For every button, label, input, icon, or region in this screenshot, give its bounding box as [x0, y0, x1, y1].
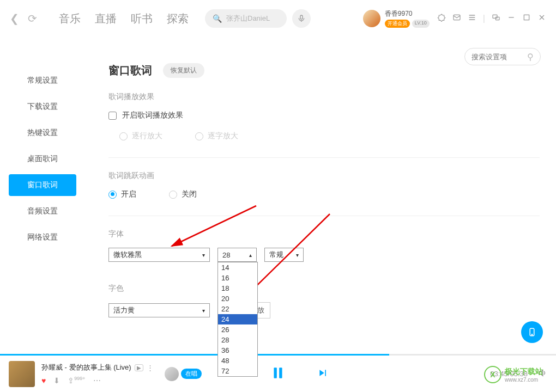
sidebar-item-hotkey[interactable]: 热键设置 [9, 122, 76, 144]
section-color: 字色 [108, 284, 540, 293]
font-size-select[interactable]: 28▴ 14 16 18 20 22 24 26 28 36 48 72 [217, 248, 257, 262]
nav-back-icon[interactable]: ❮ [10, 12, 19, 25]
player-bar: 孙耀威 - 爱的故事上集 (Live) ▶ ⋮ ♥ ⬇ ⇪999+ ⋯ 在唱 [0, 354, 556, 392]
size-option[interactable]: 16 [218, 273, 257, 283]
menu-icon[interactable] [468, 13, 476, 24]
font-family-select[interactable]: 微软雅黑▾ [108, 248, 210, 262]
sidebar-item-desktop-lyrics[interactable]: 桌面歌词 [9, 148, 76, 170]
radio-line-zoom: 逐行放大 [119, 131, 162, 141]
chevron-down-icon: ▾ [296, 252, 299, 258]
nav-tab-audiobook[interactable]: 听书 [131, 11, 153, 26]
settings-search-input[interactable] [472, 53, 521, 61]
svg-rect-10 [279, 367, 282, 378]
next-button[interactable] [318, 367, 329, 381]
username[interactable]: 香香9970 [385, 9, 430, 19]
like-button[interactable]: ♥ [41, 376, 46, 385]
mv-badge[interactable]: ▶ [135, 364, 143, 371]
svg-point-8 [531, 334, 533, 335]
radio-char-zoom: 逐字放大 [195, 131, 238, 141]
chevron-down-icon: ▾ [202, 252, 205, 258]
font-color-select[interactable]: 活力黄▾ [108, 303, 210, 317]
more-button[interactable]: ⋯ [93, 376, 101, 385]
close-icon[interactable] [537, 13, 546, 24]
svg-rect-9 [274, 367, 276, 378]
effect-checkbox[interactable] [108, 112, 117, 120]
minimize-icon[interactable] [507, 13, 516, 24]
watermark: X 极光下载站 www.xz7.com [484, 366, 543, 383]
sidebar-item-network[interactable]: 网络设置 [9, 226, 76, 248]
reset-button[interactable]: 恢复默认 [163, 63, 204, 78]
size-option[interactable]: 22 [218, 304, 257, 314]
section-effect: 歌词播放效果 [108, 92, 540, 102]
sidebar-item-download[interactable]: 下载设置 [9, 96, 76, 118]
size-option[interactable]: 26 [218, 324, 257, 335]
level-badge: LV.10 [412, 20, 430, 28]
search-input[interactable]: 🔍 张齐山DanieL [205, 9, 287, 28]
size-option[interactable]: 14 [218, 262, 257, 273]
theme-icon[interactable] [437, 13, 446, 24]
size-option[interactable]: 18 [218, 283, 257, 293]
section-font: 字体 [108, 229, 540, 239]
svg-rect-4 [524, 15, 529, 20]
settings-search[interactable]: ⚲ [464, 48, 541, 65]
nav-tab-music[interactable]: 音乐 [59, 11, 81, 26]
pause-button[interactable] [271, 366, 285, 382]
size-option[interactable]: 48 [218, 356, 257, 366]
share-button[interactable]: ⇪999+ [68, 376, 85, 385]
radio-jump-off[interactable]: 关闭 [169, 189, 197, 199]
size-option[interactable]: 72 [218, 366, 257, 376]
section-jump: 歌词跳跃动画 [108, 171, 540, 181]
search-icon: ⚲ [527, 52, 534, 62]
download-button[interactable]: ⬇ [53, 376, 60, 385]
radio-jump-on[interactable]: 开启 [108, 189, 136, 199]
svg-rect-2 [493, 15, 497, 18]
nav-refresh-icon[interactable]: ⟳ [28, 12, 37, 25]
mini-mode-icon[interactable] [492, 13, 500, 24]
divider [108, 157, 540, 158]
size-option[interactable]: 36 [218, 345, 257, 356]
panel-title: 窗口歌词 [108, 63, 152, 78]
divider: | [483, 14, 485, 23]
live-badge[interactable]: 在唱 [181, 369, 202, 379]
svg-rect-0 [300, 15, 303, 19]
vip-badge[interactable]: 开通会员 [385, 20, 410, 28]
font-weight-select[interactable]: 常规▾ [264, 248, 304, 262]
sidebar-item-audio[interactable]: 音频设置 [9, 200, 76, 222]
search-icon: 🔍 [213, 14, 222, 23]
progress-bar[interactable] [0, 354, 556, 356]
singer-avatar[interactable] [165, 367, 179, 381]
main-nav: 音乐 直播 听书 探索 [59, 11, 189, 26]
settings-sidebar: 常规设置 下载设置 热键设置 桌面歌词 窗口歌词 音频设置 网络设置 [0, 48, 84, 318]
nav-tab-explore[interactable]: 探索 [167, 11, 189, 26]
font-size-dropdown[interactable]: 14 16 18 20 22 24 26 28 36 48 72 [217, 262, 258, 377]
sidebar-item-window-lyrics[interactable]: 窗口歌词 [9, 174, 76, 196]
sidebar-item-general[interactable]: 常规设置 [9, 70, 76, 91]
track-title[interactable]: 孙耀威 - 爱的故事上集 (Live) [41, 363, 131, 372]
search-placeholder: 张齐山DanieL [226, 14, 270, 23]
divider [108, 216, 540, 216]
chevron-up-icon: ▴ [249, 252, 252, 258]
size-option[interactable]: 28 [218, 335, 257, 345]
avatar[interactable] [363, 10, 380, 27]
size-option[interactable]: 20 [218, 293, 257, 304]
size-option-selected[interactable]: 24 [218, 314, 257, 324]
album-art[interactable] [9, 361, 35, 387]
remote-phone-button[interactable] [521, 321, 543, 343]
mail-icon[interactable] [452, 13, 461, 24]
maximize-icon[interactable] [522, 13, 531, 24]
more-icon[interactable]: ⋮ [147, 364, 154, 372]
effect-checkbox-label: 开启歌词播放效果 [122, 111, 183, 120]
nav-tab-live[interactable]: 直播 [95, 11, 117, 26]
chevron-down-icon: ▾ [202, 308, 205, 314]
voice-search-button[interactable] [292, 9, 311, 28]
svg-rect-3 [495, 17, 499, 20]
